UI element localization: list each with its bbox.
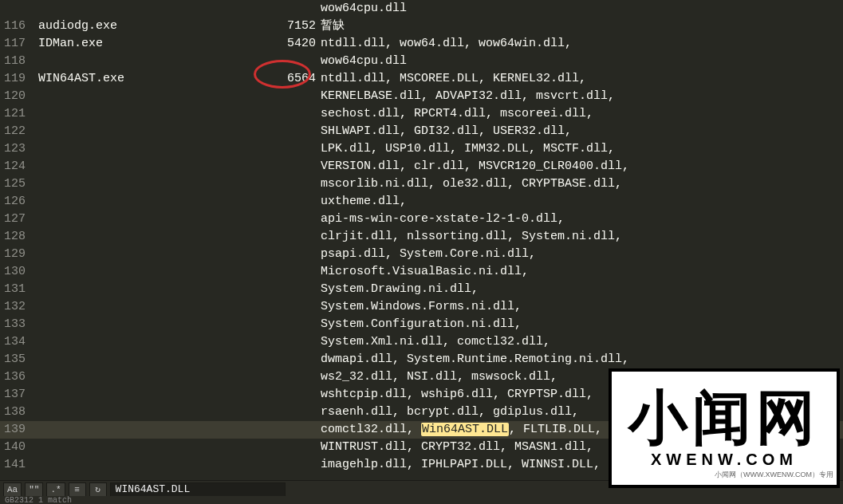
line-number: 121	[0, 105, 38, 123]
editor-line[interactable]: 138rsaenh.dll, bcrypt.dll, gdiplus.dll,	[0, 404, 843, 421]
editor-line[interactable]: 135dwmapi.dll, System.Runtime.Remoting.n…	[0, 351, 843, 368]
editor-line[interactable]: 132System.Windows.Forms.ni.dll,	[0, 298, 843, 316]
line-content: comctl32.dll, Win64AST.DLL, FLTLIB.DLL,	[38, 421, 843, 439]
line-number: 133	[0, 316, 38, 333]
editor-line[interactable]: 117IDMan.exe5420ntdll.dll, wow64.dll, wo…	[0, 35, 843, 53]
line-number: 141	[0, 456, 38, 474]
dll-list: clrjit.dll, nlssorting.dll, System.ni.dl…	[316, 228, 622, 246]
line-content: sechost.dll, RPCRT4.dll, mscoreei.dll,	[38, 105, 843, 123]
editor-line[interactable]: 136ws2_32.dll, NSI.dll, mswsock.dll,	[0, 368, 843, 386]
in-selection-button[interactable]: ≡	[69, 482, 86, 497]
line-number: 135	[0, 351, 38, 368]
dll-list: imagehlp.dll, IPHLPAPI.DLL, WINNSI.DLL,	[316, 456, 601, 474]
dll-list: KERNELBASE.dll, ADVAPI32.dll, msvcrt.dll…	[316, 88, 615, 105]
line-content: System.Drawing.ni.dll,	[38, 281, 843, 298]
editor-line[interactable]: 131System.Drawing.ni.dll,	[0, 281, 843, 298]
regex-button[interactable]: .*	[46, 482, 65, 497]
dll-list: wow64cpu.dll	[316, 53, 407, 70]
line-content: ws2_32.dll, NSI.dll, mswsock.dll,	[38, 368, 843, 386]
search-input[interactable]	[110, 482, 286, 497]
line-number: 117	[0, 35, 38, 53]
line-number: 128	[0, 228, 38, 246]
editor-line[interactable]: 124VERSION.dll, clr.dll, MSVCR120_CLR040…	[0, 158, 843, 175]
editor-line[interactable]: 119WIN64AST.exe6564ntdll.dll, MSCOREE.DL…	[0, 70, 843, 88]
editor-line[interactable]: 133System.Configuration.ni.dll,	[0, 316, 843, 333]
line-number: 123	[0, 140, 38, 158]
editor-line[interactable]: 121sechost.dll, RPCRT4.dll, mscoreei.dll…	[0, 105, 843, 123]
editor-line[interactable]: 137wshtcpip.dll, wship6.dll, CRYPTSP.dll…	[0, 386, 843, 404]
dll-list: System.Xml.ni.dll, comctl32.dll,	[316, 333, 550, 351]
line-number: 138	[0, 404, 38, 421]
line-number: 119	[0, 70, 38, 88]
whole-word-button[interactable]: ""	[25, 482, 43, 497]
dll-list: ntdll.dll, wow64.dll, wow64win.dll,	[316, 35, 572, 53]
dll-list: mscorlib.ni.dll, ole32.dll, CRYPTBASE.dl…	[316, 175, 622, 193]
line-content: api-ms-win-core-xstate-l2-1-0.dll,	[38, 211, 843, 228]
line-content: wow64cpu.dll	[38, 0, 843, 18]
editor-line[interactable]: 128clrjit.dll, nlssorting.dll, System.ni…	[0, 228, 843, 246]
process-name: audiodg.exe	[38, 18, 278, 35]
editor-line[interactable]: 140WINTRUST.dll, CRYPT32.dll, MSASN1.dll…	[0, 439, 843, 456]
line-content: wow64cpu.dll	[38, 53, 843, 70]
line-number: 122	[0, 123, 38, 140]
line-number: 134	[0, 333, 38, 351]
line-number: 118	[0, 53, 38, 70]
dll-list: wow64cpu.dll	[316, 0, 407, 18]
dll-list: SHLWAPI.dll, GDI32.dll, USER32.dll,	[316, 123, 572, 140]
line-number	[0, 0, 38, 18]
dll-list: LPK.dll, USP10.dll, IMM32.DLL, MSCTF.dll…	[316, 140, 615, 158]
line-content: System.Windows.Forms.ni.dll,	[38, 298, 843, 316]
dll-list: sechost.dll, RPCRT4.dll, mscoreei.dll,	[316, 105, 593, 123]
line-content: LPK.dll, USP10.dll, IMM32.DLL, MSCTF.dll…	[38, 140, 843, 158]
case-sensitive-button[interactable]: Aa	[3, 482, 22, 497]
line-content: WIN64AST.exe6564ntdll.dll, MSCOREE.DLL, …	[38, 70, 843, 88]
line-number: 116	[0, 18, 38, 35]
dll-list: 暂缺	[316, 18, 345, 35]
dll-list: ws2_32.dll, NSI.dll, mswsock.dll,	[316, 368, 557, 386]
dll-list: WINTRUST.dll, CRYPT32.dll, MSASN1.dll,	[316, 439, 593, 456]
line-content: WINTRUST.dll, CRYPT32.dll, MSASN1.dll,	[38, 439, 843, 456]
editor-line[interactable]: wow64cpu.dll	[0, 0, 843, 18]
line-content: rsaenh.dll, bcrypt.dll, gdiplus.dll,	[38, 404, 843, 421]
wrap-button[interactable]: ↻	[89, 482, 107, 497]
editor-line[interactable]: 126uxtheme.dll,	[0, 193, 843, 211]
process-id: 5420	[278, 35, 316, 53]
editor-line[interactable]: 139comctl32.dll, Win64AST.DLL, FLTLIB.DL…	[0, 421, 843, 439]
line-number: 131	[0, 281, 38, 298]
line-number: 120	[0, 88, 38, 105]
dll-list: VERSION.dll, clr.dll, MSVCR120_CLR0400.d…	[316, 158, 629, 175]
line-number: 127	[0, 211, 38, 228]
dll-list: wshtcpip.dll, wship6.dll, CRYPTSP.dll,	[316, 386, 593, 404]
line-content: System.Configuration.ni.dll,	[38, 316, 843, 333]
editor-line[interactable]: 134System.Xml.ni.dll, comctl32.dll,	[0, 333, 843, 351]
search-highlight: Win64AST.DLL	[421, 423, 509, 436]
editor-line[interactable]: 125mscorlib.ni.dll, ole32.dll, CRYPTBASE…	[0, 175, 843, 193]
dll-list: dwmapi.dll, System.Runtime.Remoting.ni.d…	[316, 351, 629, 368]
line-number: 129	[0, 246, 38, 263]
line-content: SHLWAPI.dll, GDI32.dll, USER32.dll,	[38, 123, 843, 140]
line-number: 139	[0, 421, 38, 439]
line-content: Microsoft.VisualBasic.ni.dll,	[38, 263, 843, 281]
dll-list: rsaenh.dll, bcrypt.dll, gdiplus.dll,	[316, 404, 579, 421]
line-content: mscorlib.ni.dll, ole32.dll, CRYPTBASE.dl…	[38, 175, 843, 193]
line-content: VERSION.dll, clr.dll, MSVCR120_CLR0400.d…	[38, 158, 843, 175]
line-content: wshtcpip.dll, wship6.dll, CRYPTSP.dll,	[38, 386, 843, 404]
editor-line[interactable]: 122SHLWAPI.dll, GDI32.dll, USER32.dll,	[0, 123, 843, 140]
line-content: clrjit.dll, nlssorting.dll, System.ni.dl…	[38, 228, 843, 246]
editor-line[interactable]: 129psapi.dll, System.Core.ni.dll,	[0, 246, 843, 263]
search-bar: Aa "" .* ≡ ↻	[0, 480, 843, 498]
editor-line[interactable]: 123LPK.dll, USP10.dll, IMM32.DLL, MSCTF.…	[0, 140, 843, 158]
editor-line[interactable]: 120KERNELBASE.dll, ADVAPI32.dll, msvcrt.…	[0, 88, 843, 105]
editor-line[interactable]: 141imagehlp.dll, IPHLPAPI.DLL, WINNSI.DL…	[0, 456, 843, 474]
line-number: 130	[0, 263, 38, 281]
editor-line[interactable]: 127api-ms-win-core-xstate-l2-1-0.dll,	[0, 211, 843, 228]
dll-list: api-ms-win-core-xstate-l2-1-0.dll,	[316, 211, 565, 228]
editor-line[interactable]: 116audiodg.exe7152暂缺	[0, 18, 843, 35]
code-editor[interactable]: wow64cpu.dll116audiodg.exe7152暂缺117IDMan…	[0, 0, 843, 480]
process-id: 6564	[278, 70, 316, 88]
editor-line[interactable]: 118wow64cpu.dll	[0, 53, 843, 70]
dll-list: psapi.dll, System.Core.ni.dll,	[316, 246, 536, 263]
line-content: IDMan.exe5420ntdll.dll, wow64.dll, wow64…	[38, 35, 843, 53]
line-content: System.Xml.ni.dll, comctl32.dll,	[38, 333, 843, 351]
editor-line[interactable]: 130Microsoft.VisualBasic.ni.dll,	[0, 263, 843, 281]
